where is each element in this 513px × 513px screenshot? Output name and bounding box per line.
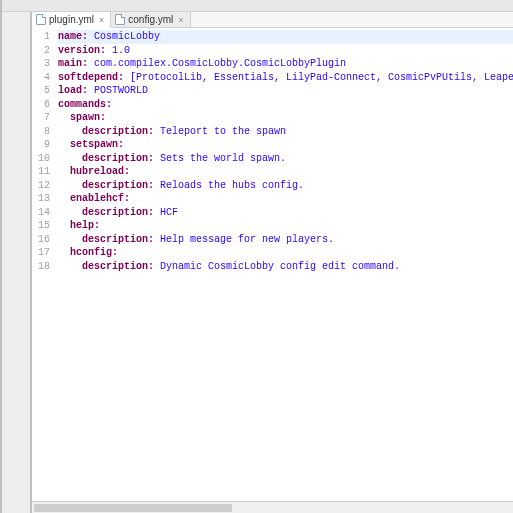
code-line[interactable]: main: com.compilex.CosmicLobby.CosmicLob… (58, 57, 513, 71)
tab-plugin-yml[interactable]: plugin.yml × (32, 12, 111, 28)
code-line[interactable]: help: (58, 219, 513, 233)
line-number: 11 (32, 165, 50, 179)
line-number: 2 (32, 44, 50, 58)
line-number: 18 (32, 260, 50, 274)
code-line[interactable]: description: Sets the world spawn. (58, 152, 513, 166)
code-line[interactable]: description: Help message for new player… (58, 233, 513, 247)
line-number: 4 (32, 71, 50, 85)
close-icon[interactable]: × (99, 15, 104, 25)
line-number: 3 (32, 57, 50, 71)
code-line[interactable]: commands: (58, 98, 513, 112)
horizontal-scrollbar[interactable] (32, 501, 513, 513)
line-number: 10 (32, 152, 50, 166)
editor-panel: plugin.yml × config.yml × 12345678910111… (30, 12, 513, 513)
code-line[interactable]: description: Dynamic CosmicLobby config … (58, 260, 513, 274)
line-number: 16 (32, 233, 50, 247)
line-number-gutter: 123456789101112131415161718 (32, 28, 54, 501)
code-line[interactable]: enablehcf: (58, 192, 513, 206)
code-line[interactable]: description: Reloads the hubs config. (58, 179, 513, 193)
code-line[interactable]: load: POSTWORLD (58, 84, 513, 98)
file-icon (115, 14, 125, 25)
scrollbar-thumb[interactable] (34, 504, 232, 512)
tab-config-yml[interactable]: config.yml × (111, 12, 190, 27)
editor[interactable]: 123456789101112131415161718 name: Cosmic… (32, 28, 513, 501)
tab-label: config.yml (128, 14, 173, 25)
code-line[interactable]: hconfig: (58, 246, 513, 260)
file-icon (36, 14, 46, 25)
code-area[interactable]: name: CosmicLobbyversion: 1.0main: com.c… (54, 28, 513, 501)
line-number: 15 (32, 219, 50, 233)
line-number: 14 (32, 206, 50, 220)
code-line[interactable]: setspawn: (58, 138, 513, 152)
code-line[interactable]: softdepend: [ProtocolLib, Essentials, Li… (58, 71, 513, 85)
line-number: 6 (32, 98, 50, 112)
line-number: 9 (32, 138, 50, 152)
code-line[interactable]: description: HCF (58, 206, 513, 220)
code-line[interactable]: spawn: (58, 111, 513, 125)
line-number: 13 (32, 192, 50, 206)
tab-label: plugin.yml (49, 14, 94, 25)
line-number: 12 (32, 179, 50, 193)
close-icon[interactable]: × (178, 15, 183, 25)
line-number: 8 (32, 125, 50, 139)
line-number: 5 (32, 84, 50, 98)
code-line[interactable]: name: CosmicLobby (58, 30, 513, 44)
code-line[interactable]: version: 1.0 (58, 44, 513, 58)
window-frame: plugin.yml × config.yml × 12345678910111… (0, 0, 513, 513)
line-number: 1 (32, 30, 50, 44)
content-area: plugin.yml × config.yml × 12345678910111… (2, 12, 513, 513)
tab-bar: plugin.yml × config.yml × (32, 12, 513, 28)
line-number: 17 (32, 246, 50, 260)
line-number: 7 (32, 111, 50, 125)
toolbar-strip (2, 0, 513, 12)
code-line[interactable]: description: Teleport to the spawn (58, 125, 513, 139)
code-line[interactable]: hubreload: (58, 165, 513, 179)
